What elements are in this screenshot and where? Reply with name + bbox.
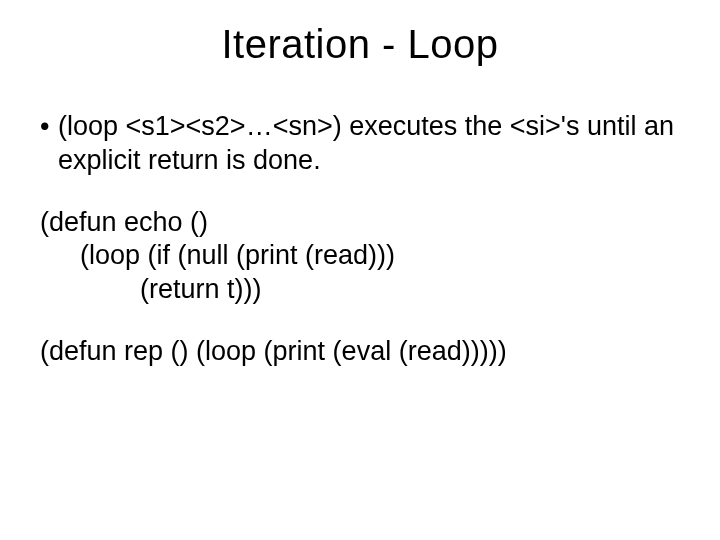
bullet-text: (loop <s1><s2>…<sn>) executes the <si>'s… bbox=[58, 110, 680, 178]
code-line: (defun echo () bbox=[40, 206, 680, 240]
slide-body: • (loop <s1><s2>…<sn>) executes the <si>… bbox=[40, 110, 680, 397]
code-line: (return t))) bbox=[40, 273, 680, 307]
bullet-item: • (loop <s1><s2>…<sn>) executes the <si>… bbox=[40, 110, 680, 178]
code-block-rep: (defun rep () (loop (print (eval (read))… bbox=[40, 335, 680, 369]
bullet-dot-icon: • bbox=[40, 110, 58, 144]
slide: Iteration - Loop • (loop <s1><s2>…<sn>) … bbox=[0, 0, 720, 540]
code-line: (defun rep () (loop (print (eval (read))… bbox=[40, 335, 680, 369]
slide-title: Iteration - Loop bbox=[0, 22, 720, 67]
code-line: (loop (if (null (print (read))) bbox=[40, 239, 680, 273]
code-block-echo: (defun echo () (loop (if (null (print (r… bbox=[40, 206, 680, 307]
